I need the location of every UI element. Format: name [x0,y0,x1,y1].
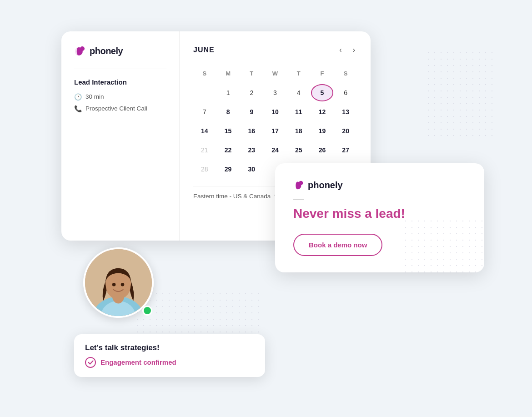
dow-wed: W [264,65,286,82]
day-13[interactable]: 13 [334,103,357,121]
person-illustration [85,249,152,316]
svg-point-7 [112,282,116,286]
week-1: 1 2 3 4 5 6 [193,84,357,101]
confirmation-card: Let's talk strategies! Engagement confir… [74,334,265,377]
day-16[interactable]: 16 [240,122,263,140]
phone-icon: 📞 [74,105,82,112]
day-empty-1 [193,84,216,101]
svg-point-8 [121,282,125,286]
day-4[interactable]: 4 [287,84,310,101]
confirm-status: Engagement confirmed [85,357,254,368]
promo-card: phonely Never miss a lead! Book a demo n… [275,163,484,273]
dow-thu: T [287,65,310,82]
book-demo-button[interactable]: Book a demo now [293,234,382,256]
day-8[interactable]: 8 [217,103,240,121]
day-5-today[interactable]: 5 [311,84,334,101]
day-17[interactable]: 17 [264,122,286,140]
duration-label: 30 min [85,93,104,100]
phonely-logo-icon [74,45,87,58]
call-type-label: Prospective Client Call [85,105,147,112]
day-28[interactable]: 28 [193,161,216,178]
day-9[interactable]: 9 [240,103,263,121]
dow-tue: T [240,65,263,82]
timezone-label: Eastern time - US & Canada [193,193,271,200]
dow-sat: S [334,65,357,82]
confirm-title: Let's talk strategies! [85,343,254,352]
dow-sun: S [193,65,216,82]
day-3[interactable]: 3 [264,84,286,101]
month-label: JUNE [193,46,215,54]
day-12[interactable]: 12 [311,103,334,121]
svg-point-1 [80,46,85,51]
next-month-button[interactable]: › [351,44,357,56]
day-30[interactable]: 30 [240,161,263,178]
dot-pattern-top-right [425,50,498,141]
online-status-dot [142,306,152,316]
promo-headline: Never miss a lead! [293,206,466,221]
day-18[interactable]: 18 [287,122,310,140]
day-2[interactable]: 2 [240,84,263,101]
prev-month-button[interactable]: ‹ [337,44,343,56]
day-19[interactable]: 19 [311,122,334,140]
promo-logo: phonely [293,180,466,191]
duration-row: 🕐 30 min [74,93,166,100]
day-14[interactable]: 14 [193,122,216,140]
day-15[interactable]: 15 [217,122,240,140]
brand-name: phonely [90,46,123,56]
day-29[interactable]: 29 [217,161,240,178]
svg-point-9 [299,181,303,185]
week-4: 21 22 23 24 25 26 27 [193,141,357,159]
day-20[interactable]: 20 [334,122,357,140]
promo-brand-name: phonely [308,180,343,191]
promo-dash [293,199,304,200]
day-1[interactable]: 1 [217,84,240,101]
check-circle-icon [85,357,96,368]
day-10[interactable]: 10 [264,103,286,121]
clock-icon: 🕐 [74,93,82,100]
section-title: Lead Interaction [74,78,166,86]
promo-content: phonely Never miss a lead! Book a demo n… [293,180,466,256]
logo: phonely [74,45,166,58]
divider [74,69,166,69]
dow-fri: F [311,65,334,82]
day-24[interactable]: 24 [264,141,286,159]
day-21[interactable]: 21 [193,141,216,159]
day-6[interactable]: 6 [334,84,357,101]
day-22[interactable]: 22 [217,141,240,159]
day-27[interactable]: 27 [334,141,357,159]
day-25[interactable]: 25 [287,141,310,159]
week-3: 14 15 16 17 18 19 20 [193,122,357,140]
confirm-status-label: Engagement confirmed [100,358,176,366]
day-7[interactable]: 7 [193,103,216,121]
day-11[interactable]: 11 [287,103,310,121]
timezone-dropdown[interactable]: Eastern time - US & Canada ▼ [193,193,278,200]
dow-mon: M [217,65,240,82]
promo-logo-icon [293,180,305,191]
calendar-header: JUNE ‹ › [193,44,357,56]
left-panel: phonely Lead Interaction 🕐 30 min 📞 Pros… [61,31,180,241]
call-type-row: 📞 Prospective Client Call [74,105,166,112]
week-2: 7 8 9 10 11 12 13 [193,103,357,121]
nav-arrows: ‹ › [337,44,357,56]
day-23[interactable]: 23 [240,141,263,159]
day-26[interactable]: 26 [311,141,334,159]
weekday-header: S M T W T F S [193,65,357,82]
